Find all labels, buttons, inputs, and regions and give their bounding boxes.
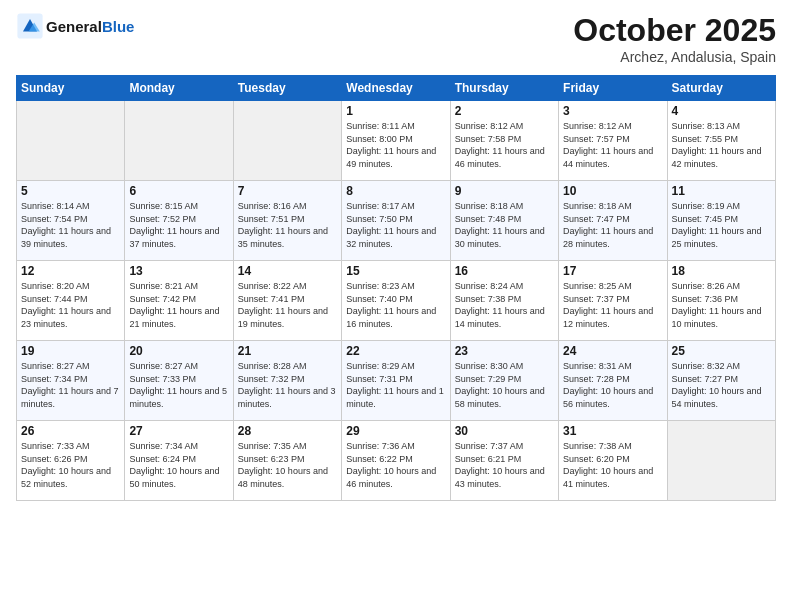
day-number: 28: [238, 424, 337, 438]
day-number: 23: [455, 344, 554, 358]
day-number: 12: [21, 264, 120, 278]
day-info: Sunrise: 8:14 AMSunset: 7:54 PMDaylight:…: [21, 200, 120, 250]
week-row-3: 12Sunrise: 8:20 AMSunset: 7:44 PMDayligh…: [17, 261, 776, 341]
day-info: Sunrise: 8:19 AMSunset: 7:45 PMDaylight:…: [672, 200, 771, 250]
calendar-cell: [125, 101, 233, 181]
col-wednesday: Wednesday: [342, 76, 450, 101]
day-number: 29: [346, 424, 445, 438]
day-info: Sunrise: 8:17 AMSunset: 7:50 PMDaylight:…: [346, 200, 445, 250]
calendar-cell: [17, 101, 125, 181]
calendar-cell: 15Sunrise: 8:23 AMSunset: 7:40 PMDayligh…: [342, 261, 450, 341]
week-row-2: 5Sunrise: 8:14 AMSunset: 7:54 PMDaylight…: [17, 181, 776, 261]
day-info: Sunrise: 8:18 AMSunset: 7:48 PMDaylight:…: [455, 200, 554, 250]
calendar-cell: 29Sunrise: 7:36 AMSunset: 6:22 PMDayligh…: [342, 421, 450, 501]
day-number: 11: [672, 184, 771, 198]
day-info: Sunrise: 8:11 AMSunset: 8:00 PMDaylight:…: [346, 120, 445, 170]
day-number: 27: [129, 424, 228, 438]
calendar-cell: 23Sunrise: 8:30 AMSunset: 7:29 PMDayligh…: [450, 341, 558, 421]
day-info: Sunrise: 8:12 AMSunset: 7:57 PMDaylight:…: [563, 120, 662, 170]
day-number: 2: [455, 104, 554, 118]
title-block: October 2025 Archez, Andalusia, Spain: [573, 12, 776, 65]
calendar-cell: 30Sunrise: 7:37 AMSunset: 6:21 PMDayligh…: [450, 421, 558, 501]
calendar-cell: 28Sunrise: 7:35 AMSunset: 6:23 PMDayligh…: [233, 421, 341, 501]
day-info: Sunrise: 8:16 AMSunset: 7:51 PMDaylight:…: [238, 200, 337, 250]
day-number: 30: [455, 424, 554, 438]
calendar-cell: 14Sunrise: 8:22 AMSunset: 7:41 PMDayligh…: [233, 261, 341, 341]
calendar-cell: 11Sunrise: 8:19 AMSunset: 7:45 PMDayligh…: [667, 181, 775, 261]
day-number: 16: [455, 264, 554, 278]
calendar-cell: 22Sunrise: 8:29 AMSunset: 7:31 PMDayligh…: [342, 341, 450, 421]
day-number: 4: [672, 104, 771, 118]
header: GeneralBlue October 2025 Archez, Andalus…: [16, 12, 776, 65]
calendar-cell: 20Sunrise: 8:27 AMSunset: 7:33 PMDayligh…: [125, 341, 233, 421]
calendar-cell: 7Sunrise: 8:16 AMSunset: 7:51 PMDaylight…: [233, 181, 341, 261]
day-number: 1: [346, 104, 445, 118]
calendar-subtitle: Archez, Andalusia, Spain: [573, 49, 776, 65]
day-number: 20: [129, 344, 228, 358]
day-number: 10: [563, 184, 662, 198]
week-row-5: 26Sunrise: 7:33 AMSunset: 6:26 PMDayligh…: [17, 421, 776, 501]
day-number: 18: [672, 264, 771, 278]
day-info: Sunrise: 8:18 AMSunset: 7:47 PMDaylight:…: [563, 200, 662, 250]
calendar-cell: 2Sunrise: 8:12 AMSunset: 7:58 PMDaylight…: [450, 101, 558, 181]
day-number: 6: [129, 184, 228, 198]
day-info: Sunrise: 8:28 AMSunset: 7:32 PMDaylight:…: [238, 360, 337, 410]
calendar-cell: 8Sunrise: 8:17 AMSunset: 7:50 PMDaylight…: [342, 181, 450, 261]
logo-text: GeneralBlue: [46, 18, 134, 35]
day-info: Sunrise: 7:33 AMSunset: 6:26 PMDaylight:…: [21, 440, 120, 490]
calendar-title: October 2025: [573, 12, 776, 49]
calendar-cell: 9Sunrise: 8:18 AMSunset: 7:48 PMDaylight…: [450, 181, 558, 261]
day-info: Sunrise: 8:20 AMSunset: 7:44 PMDaylight:…: [21, 280, 120, 330]
day-info: Sunrise: 8:27 AMSunset: 7:33 PMDaylight:…: [129, 360, 228, 410]
calendar-cell: 13Sunrise: 8:21 AMSunset: 7:42 PMDayligh…: [125, 261, 233, 341]
week-row-4: 19Sunrise: 8:27 AMSunset: 7:34 PMDayligh…: [17, 341, 776, 421]
day-number: 15: [346, 264, 445, 278]
day-number: 3: [563, 104, 662, 118]
calendar-cell: 6Sunrise: 8:15 AMSunset: 7:52 PMDaylight…: [125, 181, 233, 261]
calendar-table: Sunday Monday Tuesday Wednesday Thursday…: [16, 75, 776, 501]
day-number: 26: [21, 424, 120, 438]
logo-icon: [16, 12, 44, 40]
day-info: Sunrise: 7:35 AMSunset: 6:23 PMDaylight:…: [238, 440, 337, 490]
day-number: 25: [672, 344, 771, 358]
day-info: Sunrise: 8:29 AMSunset: 7:31 PMDaylight:…: [346, 360, 445, 410]
col-sunday: Sunday: [17, 76, 125, 101]
day-number: 8: [346, 184, 445, 198]
day-info: Sunrise: 7:37 AMSunset: 6:21 PMDaylight:…: [455, 440, 554, 490]
day-info: Sunrise: 8:24 AMSunset: 7:38 PMDaylight:…: [455, 280, 554, 330]
col-monday: Monday: [125, 76, 233, 101]
week-row-1: 1Sunrise: 8:11 AMSunset: 8:00 PMDaylight…: [17, 101, 776, 181]
day-info: Sunrise: 8:25 AMSunset: 7:37 PMDaylight:…: [563, 280, 662, 330]
calendar-cell: 12Sunrise: 8:20 AMSunset: 7:44 PMDayligh…: [17, 261, 125, 341]
day-info: Sunrise: 8:27 AMSunset: 7:34 PMDaylight:…: [21, 360, 120, 410]
day-number: 24: [563, 344, 662, 358]
day-number: 13: [129, 264, 228, 278]
calendar-cell: 31Sunrise: 7:38 AMSunset: 6:20 PMDayligh…: [559, 421, 667, 501]
day-info: Sunrise: 7:34 AMSunset: 6:24 PMDaylight:…: [129, 440, 228, 490]
logo: GeneralBlue: [16, 12, 134, 40]
col-saturday: Saturday: [667, 76, 775, 101]
calendar-cell: 25Sunrise: 8:32 AMSunset: 7:27 PMDayligh…: [667, 341, 775, 421]
day-number: 9: [455, 184, 554, 198]
day-number: 31: [563, 424, 662, 438]
calendar-cell: 18Sunrise: 8:26 AMSunset: 7:36 PMDayligh…: [667, 261, 775, 341]
calendar-cell: 1Sunrise: 8:11 AMSunset: 8:00 PMDaylight…: [342, 101, 450, 181]
day-number: 14: [238, 264, 337, 278]
col-tuesday: Tuesday: [233, 76, 341, 101]
day-info: Sunrise: 8:23 AMSunset: 7:40 PMDaylight:…: [346, 280, 445, 330]
calendar-cell: 17Sunrise: 8:25 AMSunset: 7:37 PMDayligh…: [559, 261, 667, 341]
day-info: Sunrise: 8:15 AMSunset: 7:52 PMDaylight:…: [129, 200, 228, 250]
col-thursday: Thursday: [450, 76, 558, 101]
header-row: Sunday Monday Tuesday Wednesday Thursday…: [17, 76, 776, 101]
calendar-cell: [667, 421, 775, 501]
day-info: Sunrise: 8:22 AMSunset: 7:41 PMDaylight:…: [238, 280, 337, 330]
day-info: Sunrise: 8:21 AMSunset: 7:42 PMDaylight:…: [129, 280, 228, 330]
day-number: 19: [21, 344, 120, 358]
calendar-cell: 4Sunrise: 8:13 AMSunset: 7:55 PMDaylight…: [667, 101, 775, 181]
calendar-cell: 24Sunrise: 8:31 AMSunset: 7:28 PMDayligh…: [559, 341, 667, 421]
day-number: 22: [346, 344, 445, 358]
calendar-cell: 10Sunrise: 8:18 AMSunset: 7:47 PMDayligh…: [559, 181, 667, 261]
day-number: 5: [21, 184, 120, 198]
calendar-cell: 3Sunrise: 8:12 AMSunset: 7:57 PMDaylight…: [559, 101, 667, 181]
day-info: Sunrise: 8:12 AMSunset: 7:58 PMDaylight:…: [455, 120, 554, 170]
